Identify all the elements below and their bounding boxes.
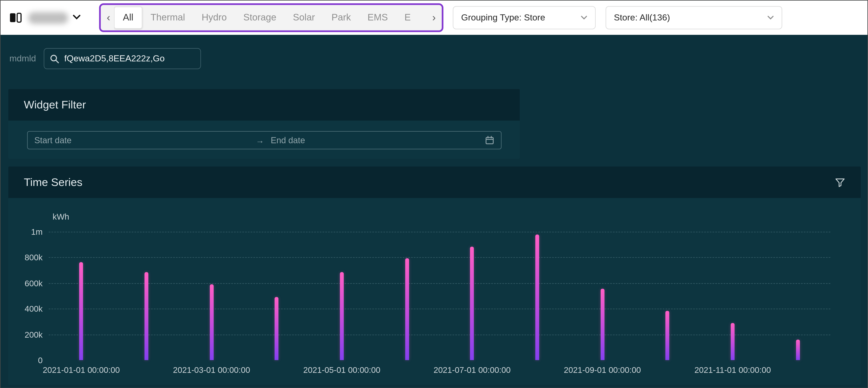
chevron-down-icon [767,15,774,20]
tab-hydro[interactable]: Hydro [193,7,235,28]
widget-filter-header: Widget Filter [8,89,520,121]
x-axis-label: 2021-01-01 00:00:00 [43,365,120,375]
y-axis: 0200k400k600k800k1m [8,232,42,360]
bar-2021-06[interactable] [405,258,409,360]
mdmld-search-input[interactable]: fQewa2D5,8EEA222z,Go [44,48,201,69]
search-value: fQewa2D5,8EEA222z,Go [64,54,165,64]
tab-all[interactable]: All [114,7,142,29]
gridline [49,257,830,258]
store-dropdown[interactable]: Store: All(136) [606,6,782,29]
tab-list: AllThermalHydroStorageSolarParkEMSE [114,5,429,30]
date-range-arrow: → [256,135,264,145]
gridline [49,283,830,284]
widget-filter-title: Widget Filter [24,98,86,111]
time-series-title: Time Series [24,176,83,189]
filter-funnel-icon[interactable] [835,177,845,187]
x-axis: 2021-01-01 00:00:002021-03-01 00:00:0020… [49,363,830,377]
tab-ems[interactable]: EMS [359,7,396,28]
bar-2021-05[interactable] [340,272,344,360]
x-axis-label: 2021-05-01 00:00:00 [303,365,380,375]
start-date-input[interactable]: Start date [34,135,256,145]
bar-2021-04[interactable] [275,297,279,360]
grouping-type-dropdown[interactable]: Grouping Type: Store [453,6,596,29]
time-series-panel: Time Series kWh 0200k400k600k800k1m 2021… [8,166,861,385]
plot-area [49,232,830,360]
y-axis-tick-label: 1m [8,227,42,236]
bar-2021-08[interactable] [535,234,539,360]
tab-e[interactable]: E [396,7,419,28]
x-axis-label: 2021-11-01 00:00:00 [694,365,771,375]
dashboard-content: mdmld fQewa2D5,8EEA222z,Go Widget Filter… [1,35,867,388]
y-axis-tick-label: 600k [8,279,42,288]
bar-2021-07[interactable] [470,247,474,360]
top-bar: ‹ AllThermalHydroStorageSolarParkEMSE › … [1,1,867,35]
tab-thermal[interactable]: Thermal [142,7,193,28]
mdmld-label: mdmld [9,54,36,64]
x-axis-label: 2021-09-01 00:00:00 [564,365,641,375]
bar-2021-09[interactable] [600,289,604,360]
date-range-picker[interactable]: Start date → End date [27,131,501,149]
end-date-input[interactable]: End date [271,135,485,145]
bar-2021-10[interactable] [665,311,670,360]
y-axis-unit-label: kWh [53,212,69,221]
bar-2021-11[interactable] [731,323,735,360]
bar-2021-01[interactable] [80,262,83,360]
tab-solar[interactable]: Solar [284,7,323,28]
gridline [49,309,830,309]
brand-chevron-down-icon[interactable] [72,14,81,20]
bar-2021-03[interactable] [210,284,213,360]
tab-storage[interactable]: Storage [235,7,285,28]
tab-park[interactable]: Park [323,7,359,28]
category-tab-group: ‹ AllThermalHydroStorageSolarParkEMSE › [99,3,443,32]
x-axis-label: 2021-07-01 00:00:00 [434,365,511,375]
widget-filter-panel: Widget Filter Start date → End date [8,89,520,159]
y-axis-tick-label: 800k [8,253,42,262]
gridline [49,232,830,232]
search-icon [50,54,59,63]
bar-2021-02[interactable] [145,272,149,360]
x-axis-label: 2021-03-01 00:00:00 [173,365,250,375]
gridline [49,334,830,335]
bar-2021-12[interactable] [796,340,800,360]
tabs-scroll-right-icon[interactable]: › [429,11,439,24]
app-window: ‹ AllThermalHydroStorageSolarParkEMSE › … [0,0,868,388]
time-series-header: Time Series [8,166,861,198]
mdmld-filter-row: mdmld fQewa2D5,8EEA222z,Go [9,48,201,69]
brand-name-redacted [28,12,68,24]
app-logo-icon[interactable] [8,10,23,25]
grouping-type-value: Grouping Type: Store [461,13,545,23]
calendar-icon [485,135,494,145]
tabs-scroll-left-icon[interactable]: ‹ [103,11,114,24]
store-value: Store: All(136) [614,13,670,23]
y-axis-tick-label: 200k [8,330,42,339]
chevron-down-icon [581,15,587,20]
y-axis-tick-label: 400k [8,304,42,314]
y-axis-tick-label: 0 [8,355,42,365]
